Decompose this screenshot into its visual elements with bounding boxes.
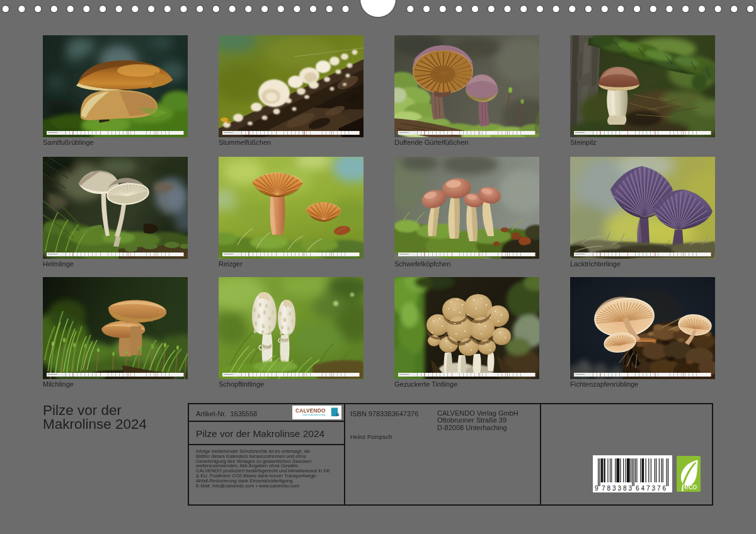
svg-text:eco: eco bbox=[684, 482, 697, 491]
svg-text:9: 9 bbox=[595, 485, 598, 492]
